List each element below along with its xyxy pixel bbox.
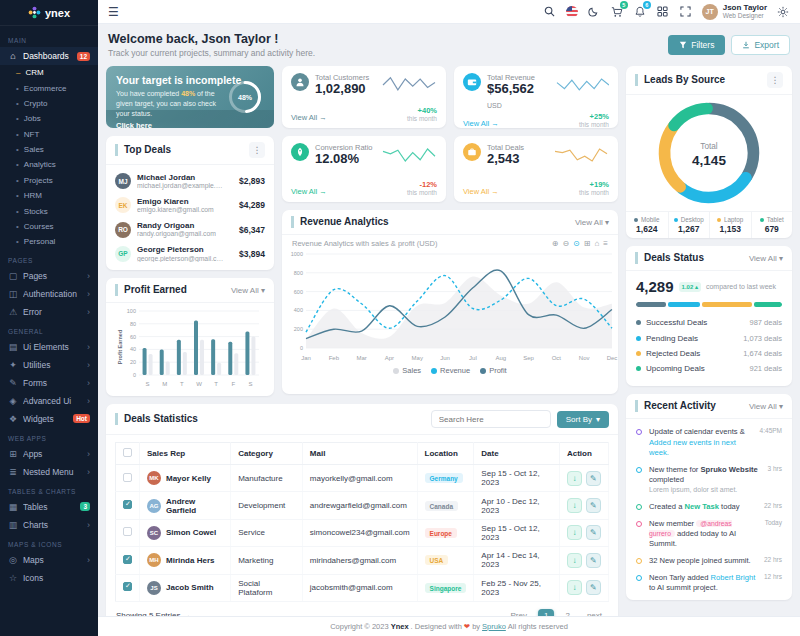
- select-all-checkbox[interactable]: [123, 448, 132, 457]
- target-click-here-link[interactable]: Click here: [116, 121, 152, 128]
- revenue-view-all[interactable]: View All ▾: [575, 218, 609, 227]
- column-header-location[interactable]: Location: [417, 443, 474, 465]
- activity-item[interactable]: 32 New people joined summit. 22 hrs: [636, 553, 782, 570]
- filters-button[interactable]: Filters: [668, 35, 725, 55]
- activity-item[interactable]: New member @andreas gurrero added today …: [636, 515, 782, 553]
- edit-action-icon[interactable]: ✎: [586, 498, 601, 513]
- language-flag-icon[interactable]: [566, 6, 578, 18]
- top-deal-row[interactable]: RO Randy Origoanrandy.origoan@gmail.com …: [115, 221, 265, 238]
- view-all-link[interactable]: View All →: [463, 119, 499, 128]
- edit-action-icon[interactable]: ✎: [586, 525, 601, 540]
- pagination-page-1[interactable]: 1: [538, 609, 554, 616]
- column-header-sales-rep[interactable]: Sales Rep: [140, 443, 231, 465]
- view-all-link[interactable]: View All →: [291, 113, 327, 122]
- chart-tool-icon[interactable]: ≡: [603, 239, 608, 248]
- activity-item[interactable]: New theme for Spruko Website completedLo…: [636, 462, 782, 499]
- table-row[interactable]: JSJacob Smith Social Plataform jacobsmit…: [116, 574, 609, 601]
- sidebar-item-apps[interactable]: ⊞ Apps›: [0, 445, 98, 463]
- sidebar-item-error[interactable]: ⚠ Error›: [0, 303, 98, 321]
- sidebar-item-maps[interactable]: ◎ Maps›: [0, 551, 98, 569]
- sidebar-subitem-crm[interactable]: –CRM: [0, 65, 98, 80]
- column-header-date[interactable]: Date: [474, 443, 560, 465]
- download-action-icon[interactable]: ↓: [567, 498, 582, 513]
- search-icon[interactable]: [543, 5, 557, 19]
- chart-tool-icon[interactable]: ⊞: [584, 239, 591, 248]
- sidebar-subitem-courses[interactable]: •Courses: [0, 219, 98, 234]
- view-all-link[interactable]: View All →: [291, 187, 327, 196]
- sidebar-item-utilities[interactable]: ✦ Utilities›: [0, 356, 98, 374]
- more-options-icon[interactable]: ⋮: [767, 72, 783, 88]
- table-row[interactable]: AGAndrew Garfield Development andrewgarf…: [116, 492, 609, 519]
- logo[interactable]: ynex: [0, 0, 98, 26]
- sidebar-item-widgets[interactable]: ❖ WidgetsHot: [0, 410, 98, 428]
- column-header-action[interactable]: Action: [559, 443, 608, 465]
- chart-tool-icon[interactable]: ⊕: [552, 239, 559, 248]
- top-deal-row[interactable]: MJ Michael Jordanmichael.jordan@example.…: [115, 173, 265, 190]
- activity-item[interactable]: Update of calendar events & Added new ev…: [636, 424, 782, 462]
- pagination-prev[interactable]: Prev: [505, 609, 533, 616]
- sidebar-item-authentication[interactable]: ◫ Authentication›: [0, 285, 98, 303]
- sidebar-subitem-stocks[interactable]: •Stocks: [0, 203, 98, 218]
- sidebar-subitem-nft[interactable]: •NFT: [0, 127, 98, 142]
- sidebar-subitem-projects[interactable]: •Projects: [0, 173, 98, 188]
- apps-grid-icon[interactable]: [656, 5, 670, 19]
- sidebar-subitem-crypto[interactable]: •Crypto: [0, 96, 98, 111]
- sidebar-item-pages[interactable]: ▢ Pages›: [0, 267, 98, 285]
- chart-tool-icon[interactable]: ⌂: [594, 239, 599, 248]
- legend-item[interactable]: Sales: [393, 366, 421, 375]
- sidebar-item-advanced-ui[interactable]: ◈ Advanced Ui›: [0, 392, 98, 410]
- activity-item[interactable]: Created a New Task today 22 hrs: [636, 498, 782, 515]
- edit-action-icon[interactable]: ✎: [586, 471, 601, 486]
- sidebar-subitem-jobs[interactable]: •Jobs: [0, 111, 98, 126]
- activity-item[interactable]: Replied to new support request ✓ 4 hrs: [636, 597, 782, 600]
- search-input[interactable]: [431, 410, 551, 428]
- top-deal-row[interactable]: EK Emigo Kiarenemigo.kiaren@gmail.com $4…: [115, 197, 265, 214]
- export-button[interactable]: Export: [731, 35, 790, 55]
- row-checkbox[interactable]: [123, 500, 132, 509]
- top-deal-row[interactable]: GP George Pietersongeorge.pieterson@gmai…: [115, 245, 265, 262]
- download-action-icon[interactable]: ↓: [567, 553, 582, 568]
- profit-view-all[interactable]: View All ▾: [231, 286, 265, 295]
- legend-item[interactable]: Profit: [480, 366, 507, 375]
- notifications-bell-icon[interactable]: 6: [633, 5, 647, 19]
- sidebar-item-dashboards[interactable]: ⌂ Dashboards12: [0, 47, 98, 65]
- sidebar-subitem-ecommerce[interactable]: •Ecommerce: [0, 80, 98, 95]
- chart-tool-icon[interactable]: ⊙: [573, 239, 580, 248]
- download-action-icon[interactable]: ↓: [567, 471, 582, 486]
- edit-action-icon[interactable]: ✎: [586, 580, 601, 595]
- dark-mode-moon-icon[interactable]: [587, 5, 601, 19]
- menu-toggle-icon[interactable]: ☰: [108, 6, 119, 18]
- row-checkbox[interactable]: [123, 527, 132, 536]
- sidebar-item-tables[interactable]: ▦ Tables3: [0, 498, 98, 516]
- table-row[interactable]: SCSimon Cowel Service simoncowel234@gmai…: [116, 519, 609, 546]
- activity-item[interactable]: Neon Tarly added Robert Bright to AI sum…: [636, 570, 782, 597]
- table-row[interactable]: MHMirinda Hers Marketing mirindahers@gma…: [116, 547, 609, 574]
- pagination-next[interactable]: next: [581, 609, 608, 616]
- row-checkbox[interactable]: [123, 555, 132, 564]
- view-all-link[interactable]: View All →: [463, 187, 499, 196]
- sidebar-item-icons[interactable]: ☆ Icons: [0, 569, 98, 587]
- user-menu[interactable]: JT Json Taylor Web Designer: [702, 4, 767, 20]
- designer-link[interactable]: Spruko: [482, 622, 506, 631]
- fullscreen-icon[interactable]: [679, 5, 693, 19]
- sidebar-subitem-hrm[interactable]: •HRM: [0, 188, 98, 203]
- row-checkbox[interactable]: [123, 582, 132, 591]
- cart-icon[interactable]: 5: [610, 5, 624, 19]
- download-action-icon[interactable]: ↓: [567, 580, 582, 595]
- more-options-icon[interactable]: ⋮: [249, 142, 265, 158]
- sidebar-item-nested-menu[interactable]: ≣ Nested Menu›: [0, 463, 98, 481]
- sidebar-item-ui-elements[interactable]: ▤ Ui Elements›: [0, 338, 98, 356]
- activity-view-all[interactable]: View All ▾: [749, 402, 783, 411]
- column-header-category[interactable]: Category: [231, 443, 303, 465]
- pagination-page-2[interactable]: 2: [559, 609, 575, 616]
- sidebar-subitem-personal[interactable]: •Personal: [0, 234, 98, 249]
- edit-action-icon[interactable]: ✎: [586, 553, 601, 568]
- row-checkbox[interactable]: [123, 473, 132, 482]
- sidebar-subitem-analytics[interactable]: •Analytics: [0, 157, 98, 172]
- sort-by-button[interactable]: Sort By ▾: [557, 411, 609, 428]
- download-action-icon[interactable]: ↓: [567, 525, 582, 540]
- sidebar-subitem-sales[interactable]: •Sales: [0, 142, 98, 157]
- table-row[interactable]: MKMayor Kelly Manufacture mayorkelly@gma…: [116, 465, 609, 492]
- sidebar-item-charts[interactable]: ▥ Charts›: [0, 516, 98, 534]
- settings-gear-icon[interactable]: [776, 5, 790, 19]
